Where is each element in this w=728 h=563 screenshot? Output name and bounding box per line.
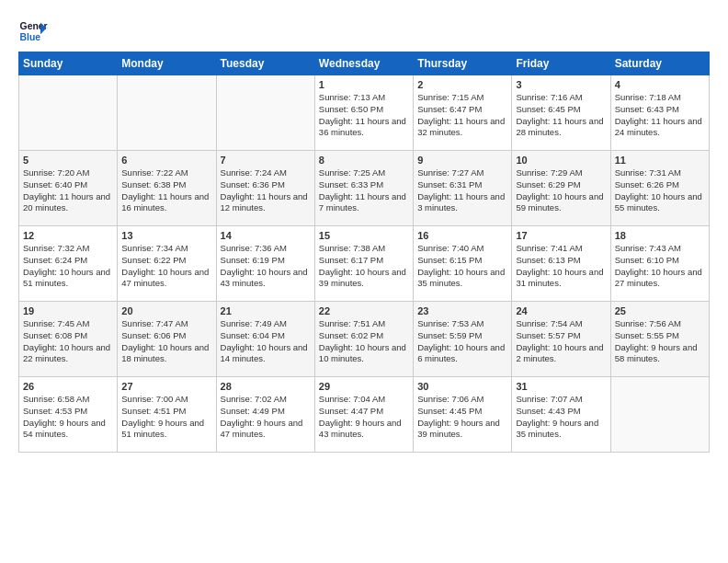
weekday-header-wednesday: Wednesday	[314, 52, 413, 75]
logo: General Blue	[18, 17, 48, 46]
calendar-cell: 7Sunrise: 7:24 AMSunset: 6:36 PMDaylight…	[216, 151, 314, 226]
day-info: Sunrise: 7:22 AMSunset: 6:38 PMDaylight:…	[121, 167, 211, 214]
day-number: 24	[516, 305, 606, 316]
day-number: 14	[221, 230, 311, 241]
calendar-cell: 13Sunrise: 7:34 AMSunset: 6:22 PMDayligh…	[118, 226, 216, 302]
day-info: Sunrise: 7:47 AMSunset: 6:06 PMDaylight:…	[121, 318, 211, 365]
day-number: 1	[319, 79, 409, 90]
day-number: 10	[516, 155, 606, 166]
day-number: 9	[417, 155, 507, 166]
calendar-cell: 18Sunrise: 7:43 AMSunset: 6:10 PMDayligh…	[610, 226, 709, 302]
day-info: Sunrise: 7:32 AMSunset: 6:24 PMDaylight:…	[23, 243, 113, 290]
day-number: 4	[615, 79, 705, 90]
calendar-cell: 5Sunrise: 7:20 AMSunset: 6:40 PMDaylight…	[19, 151, 118, 226]
day-info: Sunrise: 7:07 AMSunset: 4:43 PMDaylight:…	[516, 394, 606, 441]
day-number: 6	[121, 155, 211, 166]
day-info: Sunrise: 7:06 AMSunset: 4:45 PMDaylight:…	[417, 394, 507, 441]
day-info: Sunrise: 7:36 AMSunset: 6:19 PMDaylight:…	[221, 243, 311, 290]
day-info: Sunrise: 7:38 AMSunset: 6:17 PMDaylight:…	[319, 243, 409, 290]
calendar-cell: 12Sunrise: 7:32 AMSunset: 6:24 PMDayligh…	[19, 226, 118, 302]
day-number: 31	[516, 381, 606, 392]
weekday-header-saturday: Saturday	[610, 52, 709, 75]
calendar-cell	[216, 75, 314, 151]
day-info: Sunrise: 7:54 AMSunset: 5:57 PMDaylight:…	[516, 318, 606, 365]
day-number: 15	[319, 230, 409, 241]
calendar-cell: 31Sunrise: 7:07 AMSunset: 4:43 PMDayligh…	[512, 377, 610, 453]
calendar-cell: 19Sunrise: 7:45 AMSunset: 6:08 PMDayligh…	[19, 302, 118, 377]
day-info: Sunrise: 7:25 AMSunset: 6:33 PMDaylight:…	[319, 167, 409, 214]
day-info: Sunrise: 7:24 AMSunset: 6:36 PMDaylight:…	[221, 167, 311, 214]
day-number: 16	[417, 230, 507, 241]
day-number: 17	[516, 230, 606, 241]
calendar-cell: 28Sunrise: 7:02 AMSunset: 4:49 PMDayligh…	[216, 377, 314, 453]
day-info: Sunrise: 7:45 AMSunset: 6:08 PMDaylight:…	[23, 318, 113, 365]
calendar-cell: 23Sunrise: 7:53 AMSunset: 5:59 PMDayligh…	[414, 302, 512, 377]
weekday-header-friday: Friday	[512, 52, 610, 75]
day-info: Sunrise: 7:04 AMSunset: 4:47 PMDaylight:…	[319, 394, 409, 441]
calendar-cell: 22Sunrise: 7:51 AMSunset: 6:02 PMDayligh…	[314, 302, 413, 377]
calendar-cell: 29Sunrise: 7:04 AMSunset: 4:47 PMDayligh…	[314, 377, 413, 453]
calendar-cell: 9Sunrise: 7:27 AMSunset: 6:31 PMDaylight…	[414, 151, 512, 226]
calendar-cell: 3Sunrise: 7:16 AMSunset: 6:45 PMDaylight…	[512, 75, 610, 151]
day-info: Sunrise: 7:27 AMSunset: 6:31 PMDaylight:…	[417, 167, 507, 214]
day-number: 7	[221, 155, 311, 166]
day-info: Sunrise: 7:49 AMSunset: 6:04 PMDaylight:…	[221, 318, 311, 365]
calendar-cell: 25Sunrise: 7:56 AMSunset: 5:55 PMDayligh…	[610, 302, 709, 377]
day-info: Sunrise: 7:20 AMSunset: 6:40 PMDaylight:…	[23, 167, 113, 214]
calendar-cell: 21Sunrise: 7:49 AMSunset: 6:04 PMDayligh…	[216, 302, 314, 377]
day-info: Sunrise: 6:58 AMSunset: 4:53 PMDaylight:…	[23, 394, 113, 441]
calendar-cell	[19, 75, 118, 151]
calendar-cell: 4Sunrise: 7:18 AMSunset: 6:43 PMDaylight…	[610, 75, 709, 151]
day-number: 5	[23, 155, 113, 166]
day-info: Sunrise: 7:41 AMSunset: 6:13 PMDaylight:…	[516, 243, 606, 290]
day-number: 19	[23, 305, 113, 316]
day-number: 8	[319, 155, 409, 166]
calendar-cell: 24Sunrise: 7:54 AMSunset: 5:57 PMDayligh…	[512, 302, 610, 377]
calendar-cell: 10Sunrise: 7:29 AMSunset: 6:29 PMDayligh…	[512, 151, 610, 226]
day-number: 27	[121, 381, 211, 392]
day-number: 3	[516, 79, 606, 90]
calendar-cell: 20Sunrise: 7:47 AMSunset: 6:06 PMDayligh…	[118, 302, 216, 377]
svg-text:Blue: Blue	[20, 32, 41, 42]
calendar-cell: 15Sunrise: 7:38 AMSunset: 6:17 PMDayligh…	[314, 226, 413, 302]
day-info: Sunrise: 7:16 AMSunset: 6:45 PMDaylight:…	[516, 92, 606, 139]
calendar-cell: 6Sunrise: 7:22 AMSunset: 6:38 PMDaylight…	[118, 151, 216, 226]
day-info: Sunrise: 7:00 AMSunset: 4:51 PMDaylight:…	[121, 394, 211, 441]
day-number: 30	[417, 381, 507, 392]
weekday-header-monday: Monday	[118, 52, 216, 75]
day-info: Sunrise: 7:29 AMSunset: 6:29 PMDaylight:…	[516, 167, 606, 214]
day-info: Sunrise: 7:18 AMSunset: 6:43 PMDaylight:…	[615, 92, 705, 139]
day-info: Sunrise: 7:34 AMSunset: 6:22 PMDaylight:…	[121, 243, 211, 290]
day-number: 23	[417, 305, 507, 316]
day-info: Sunrise: 7:02 AMSunset: 4:49 PMDaylight:…	[221, 394, 311, 441]
day-info: Sunrise: 7:43 AMSunset: 6:10 PMDaylight:…	[615, 243, 705, 290]
day-number: 20	[121, 305, 211, 316]
day-number: 22	[319, 305, 409, 316]
day-number: 29	[319, 381, 409, 392]
calendar-table: SundayMondayTuesdayWednesdayThursdayFrid…	[18, 52, 710, 453]
weekday-header-thursday: Thursday	[414, 52, 512, 75]
day-number: 12	[23, 230, 113, 241]
day-info: Sunrise: 7:15 AMSunset: 6:47 PMDaylight:…	[417, 92, 507, 139]
calendar-cell: 27Sunrise: 7:00 AMSunset: 4:51 PMDayligh…	[118, 377, 216, 453]
day-info: Sunrise: 7:53 AMSunset: 5:59 PMDaylight:…	[417, 318, 507, 365]
day-number: 26	[23, 381, 113, 392]
calendar-cell: 11Sunrise: 7:31 AMSunset: 6:26 PMDayligh…	[610, 151, 709, 226]
calendar-cell: 1Sunrise: 7:13 AMSunset: 6:50 PMDaylight…	[314, 75, 413, 151]
day-info: Sunrise: 7:13 AMSunset: 6:50 PMDaylight:…	[319, 92, 409, 139]
calendar-cell: 8Sunrise: 7:25 AMSunset: 6:33 PMDaylight…	[314, 151, 413, 226]
calendar-cell: 2Sunrise: 7:15 AMSunset: 6:47 PMDaylight…	[414, 75, 512, 151]
calendar-cell: 17Sunrise: 7:41 AMSunset: 6:13 PMDayligh…	[512, 226, 610, 302]
day-number: 18	[615, 230, 705, 241]
weekday-header-tuesday: Tuesday	[216, 52, 314, 75]
calendar-cell	[610, 377, 709, 453]
day-info: Sunrise: 7:56 AMSunset: 5:55 PMDaylight:…	[615, 318, 705, 365]
day-info: Sunrise: 7:40 AMSunset: 6:15 PMDaylight:…	[417, 243, 507, 290]
day-number: 21	[221, 305, 311, 316]
calendar-cell: 30Sunrise: 7:06 AMSunset: 4:45 PMDayligh…	[414, 377, 512, 453]
calendar-cell: 26Sunrise: 6:58 AMSunset: 4:53 PMDayligh…	[19, 377, 118, 453]
day-info: Sunrise: 7:51 AMSunset: 6:02 PMDaylight:…	[319, 318, 409, 365]
day-info: Sunrise: 7:31 AMSunset: 6:26 PMDaylight:…	[615, 167, 705, 214]
calendar-cell	[118, 75, 216, 151]
day-number: 2	[417, 79, 507, 90]
